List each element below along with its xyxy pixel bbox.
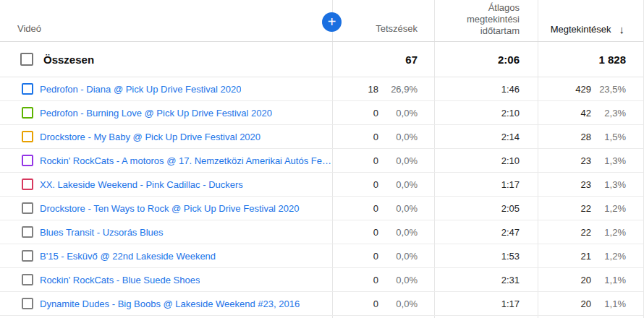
summary-views: 1 828 xyxy=(538,42,643,77)
video-cell: Dynamite Dudes - Big Boobs @ Lakeside We… xyxy=(0,292,332,315)
views-percentage: 1,1% xyxy=(591,275,626,285)
video-checkbox[interactable] xyxy=(22,131,33,142)
likes-count: 0 xyxy=(373,298,378,309)
avg-view-duration-value: 2:10 xyxy=(501,108,520,119)
likes-cell: 0 0,0% xyxy=(332,101,434,124)
column-header-video: Videó xyxy=(17,23,41,34)
video-title-link[interactable]: Pedrofon - Diana @ Pick Up Drive Festiva… xyxy=(40,84,241,95)
video-title-link[interactable]: Rockin' RockCats - Blue Suede Shoes xyxy=(40,275,200,285)
likes-count: 0 xyxy=(373,203,378,214)
views-cell: 429 23,5% xyxy=(538,77,643,100)
views-column-header-cell[interactable]: Megtekintések ↓ xyxy=(538,0,643,41)
duration-cell: 1:53 xyxy=(434,244,538,267)
video-title-link[interactable]: Pedrofon - Burning Love @ Pick Up Drive … xyxy=(40,108,272,119)
summary-avg-view-duration: 2:06 xyxy=(434,42,538,77)
avg-view-duration-value: 2:05 xyxy=(501,203,520,214)
video-checkbox[interactable] xyxy=(22,155,33,166)
column-header-views[interactable]: Megtekintések xyxy=(551,24,611,35)
avg-view-duration-value: 1:17 xyxy=(501,179,520,190)
video-title-link[interactable]: Dynamite Dudes - Big Boobs @ Lakeside We… xyxy=(40,298,300,309)
video-cell: B'15 - Esküvő @ 22nd Lakeside Weekend xyxy=(0,244,332,267)
views-percentage: 2,3% xyxy=(591,108,626,119)
views-percentage: 1,5% xyxy=(591,132,626,142)
views-count: 28 xyxy=(581,132,591,142)
likes-cell: 0 0,0% xyxy=(332,149,434,172)
column-header-avg-view-duration[interactable]: Átlagos megtekintési időtartam xyxy=(449,2,520,37)
video-checkbox[interactable] xyxy=(22,107,33,119)
video-checkbox[interactable] xyxy=(22,202,33,214)
video-cell: XX. Lakeside Weekend - Pink Cadillac - D… xyxy=(0,173,332,196)
video-checkbox[interactable] xyxy=(22,274,33,285)
views-count: 20 xyxy=(581,275,591,285)
likes-cell: 0 0,0% xyxy=(332,220,434,244)
table-row: Blues Transit - Uzsorás Blues 0 0,0% 2:4… xyxy=(0,220,643,244)
video-title-link[interactable]: XX. Lakeside Weekend - Pink Cadillac - D… xyxy=(40,179,243,190)
views-cell: 23 1,3% xyxy=(538,149,643,172)
table-row: Dynamite Dudes - Big Boobs @ Lakeside We… xyxy=(0,292,643,316)
table-body: Pedrofon - Diana @ Pick Up Drive Festiva… xyxy=(0,77,643,316)
views-count: 22 xyxy=(581,203,591,214)
likes-percentage: 0,0% xyxy=(378,179,418,190)
views-cell: 42 2,3% xyxy=(538,101,643,124)
avg-view-duration-value: 2:14 xyxy=(501,132,520,142)
views-cell: 22 1,2% xyxy=(538,197,643,220)
likes-count: 0 xyxy=(373,132,378,142)
likes-percentage: 0,0% xyxy=(378,275,418,285)
views-count: 20 xyxy=(581,298,591,309)
avg-view-duration-value: 1:53 xyxy=(501,251,520,262)
video-title-link[interactable]: Drockstore - My Baby @ Pick Up Drive Fes… xyxy=(40,132,260,142)
likes-cell: 0 0,0% xyxy=(332,292,434,315)
table-row: Drockstore - Ten Ways to Rock @ Pick Up … xyxy=(0,197,643,220)
video-title-link[interactable]: Blues Transit - Uzsorás Blues xyxy=(40,227,164,238)
summary-row: Összesen 67 2:06 1 828 xyxy=(0,42,643,77)
avg-view-duration-column-header-cell[interactable]: Átlagos megtekintési időtartam xyxy=(434,0,538,41)
duration-cell: 2:10 xyxy=(434,149,538,172)
likes-percentage: 0,0% xyxy=(378,251,418,262)
views-count: 429 xyxy=(575,84,591,95)
avg-view-duration-value: 1:46 xyxy=(501,84,520,95)
video-checkbox[interactable] xyxy=(22,226,33,238)
plus-icon: + xyxy=(328,14,336,29)
likes-count: 0 xyxy=(373,179,378,190)
likes-column-header-cell[interactable]: Tetszések xyxy=(332,0,434,41)
video-checkbox[interactable] xyxy=(22,83,33,95)
likes-cell: 0 0,0% xyxy=(332,173,434,196)
views-cell: 23 1,3% xyxy=(538,173,643,196)
table-row: XX. Lakeside Weekend - Pink Cadillac - D… xyxy=(0,173,643,197)
likes-count: 0 xyxy=(373,251,378,262)
likes-cell: 18 26,9% xyxy=(332,77,434,100)
summary-video-cell: Összesen xyxy=(0,42,332,77)
views-cell: 20 1,1% xyxy=(538,268,643,291)
select-all-checkbox[interactable] xyxy=(20,53,33,66)
video-cell: Rockin' RockCats - Blue Suede Shoes xyxy=(0,268,332,291)
video-title-link[interactable]: Rockin' RockCats - A motoros @ 17. Nemze… xyxy=(40,155,331,166)
video-checkbox[interactable] xyxy=(22,298,33,309)
video-cell: Drockstore - My Baby @ Pick Up Drive Fes… xyxy=(0,125,332,148)
views-count: 22 xyxy=(581,227,591,238)
likes-percentage: 0,0% xyxy=(378,227,418,238)
sort-descending-icon: ↓ xyxy=(619,25,625,35)
video-checkbox[interactable] xyxy=(22,250,33,262)
duration-cell: 2:31 xyxy=(434,268,538,291)
table-row: B'15 - Esküvő @ 22nd Lakeside Weekend 0 … xyxy=(0,244,643,268)
video-title-link[interactable]: Drockstore - Ten Ways to Rock @ Pick Up … xyxy=(40,203,300,214)
add-metric-button[interactable]: + xyxy=(322,12,342,32)
table-row: Rockin' RockCats - Blue Suede Shoes 0 0,… xyxy=(0,268,643,292)
avg-view-duration-value: 2:47 xyxy=(501,227,520,238)
views-count: 23 xyxy=(581,179,591,190)
summary-likes: 67 xyxy=(332,42,434,77)
table-row: Pedrofon - Diana @ Pick Up Drive Festiva… xyxy=(0,77,643,101)
likes-count: 0 xyxy=(373,155,378,166)
duration-cell: 2:14 xyxy=(434,125,538,148)
table-row: Rockin' RockCats - A motoros @ 17. Nemze… xyxy=(0,149,643,173)
column-header-likes[interactable]: Tetszések xyxy=(376,23,418,34)
video-cell: Blues Transit - Uzsorás Blues xyxy=(0,220,332,244)
likes-cell: 0 0,0% xyxy=(332,125,434,148)
views-percentage: 1,3% xyxy=(591,179,626,190)
video-checkbox[interactable] xyxy=(22,179,33,190)
likes-cell: 0 0,0% xyxy=(332,244,434,267)
analytics-table: + Videó Tetszések Átlagos megtekintési i… xyxy=(0,0,644,318)
video-title-link[interactable]: B'15 - Esküvő @ 22nd Lakeside Weekend xyxy=(40,251,216,262)
video-cell: Pedrofon - Burning Love @ Pick Up Drive … xyxy=(0,101,332,124)
likes-count: 18 xyxy=(368,84,378,95)
